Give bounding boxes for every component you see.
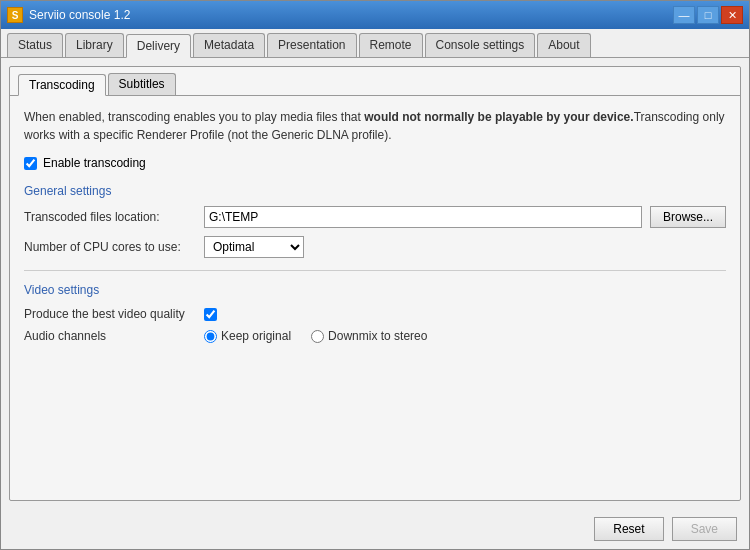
downmix-radio[interactable] [311, 330, 324, 343]
panel-content: When enabled, transcoding enables you to… [10, 96, 740, 500]
title-bar: S Serviio console 1.2 — □ ✕ [1, 1, 749, 29]
title-controls: — □ ✕ [673, 6, 743, 24]
main-tabs: Status Library Delivery Metadata Present… [1, 29, 749, 58]
downmix-label: Downmix to stereo [328, 329, 427, 343]
tab-delivery[interactable]: Delivery [126, 34, 191, 58]
main-window: S Serviio console 1.2 — □ ✕ Status Libra… [0, 0, 750, 550]
close-button[interactable]: ✕ [721, 6, 743, 24]
sub-tabs: Transcoding Subtitles [10, 67, 740, 96]
window-title: Serviio console 1.2 [29, 8, 130, 22]
minimize-button[interactable]: — [673, 6, 695, 24]
content-area: Transcoding Subtitles When enabled, tran… [1, 58, 749, 509]
tab-about[interactable]: About [537, 33, 590, 57]
info-text: When enabled, transcoding enables you to… [24, 108, 726, 144]
save-button[interactable]: Save [672, 517, 737, 541]
best-quality-label: Produce the best video quality [24, 307, 204, 321]
app-icon: S [7, 7, 23, 23]
tab-remote[interactable]: Remote [359, 33, 423, 57]
best-quality-checkbox[interactable] [204, 308, 217, 321]
transcoded-files-input[interactable] [204, 206, 642, 228]
bottom-bar: Reset Save [1, 509, 749, 549]
cpu-cores-label: Number of CPU cores to use: [24, 240, 204, 254]
enable-transcoding-label: Enable transcoding [43, 156, 146, 170]
downmix-option: Downmix to stereo [311, 329, 427, 343]
cpu-cores-row: Number of CPU cores to use: Optimal 1 2 … [24, 236, 726, 258]
best-quality-row: Produce the best video quality [24, 307, 726, 321]
keep-original-option: Keep original [204, 329, 291, 343]
tab-presentation[interactable]: Presentation [267, 33, 356, 57]
video-settings-section: Video settings Produce the best video qu… [24, 283, 726, 343]
keep-original-label: Keep original [221, 329, 291, 343]
tab-console-settings[interactable]: Console settings [425, 33, 536, 57]
title-bar-left: S Serviio console 1.2 [7, 7, 130, 23]
radio-options: Keep original Downmix to stereo [204, 329, 427, 343]
sub-tab-transcoding[interactable]: Transcoding [18, 74, 106, 96]
section-divider [24, 270, 726, 271]
tab-metadata[interactable]: Metadata [193, 33, 265, 57]
reset-button[interactable]: Reset [594, 517, 663, 541]
browse-button[interactable]: Browse... [650, 206, 726, 228]
tab-library[interactable]: Library [65, 33, 124, 57]
audio-channels-row: Audio channels Keep original Downmix to … [24, 329, 726, 343]
general-settings-section: General settings Transcoded files locati… [24, 184, 726, 258]
transcoded-files-label: Transcoded files location: [24, 210, 204, 224]
video-settings-title: Video settings [24, 283, 726, 297]
audio-channels-label: Audio channels [24, 329, 204, 343]
transcoded-files-row: Transcoded files location: Browse... [24, 206, 726, 228]
enable-transcoding-row: Enable transcoding [24, 156, 726, 170]
sub-tab-subtitles[interactable]: Subtitles [108, 73, 176, 95]
maximize-button[interactable]: □ [697, 6, 719, 24]
keep-original-radio[interactable] [204, 330, 217, 343]
enable-transcoding-checkbox[interactable] [24, 157, 37, 170]
general-settings-title: General settings [24, 184, 726, 198]
cpu-cores-select[interactable]: Optimal 1 2 3 4 [204, 236, 304, 258]
tab-status[interactable]: Status [7, 33, 63, 57]
inner-panel: Transcoding Subtitles When enabled, tran… [9, 66, 741, 501]
